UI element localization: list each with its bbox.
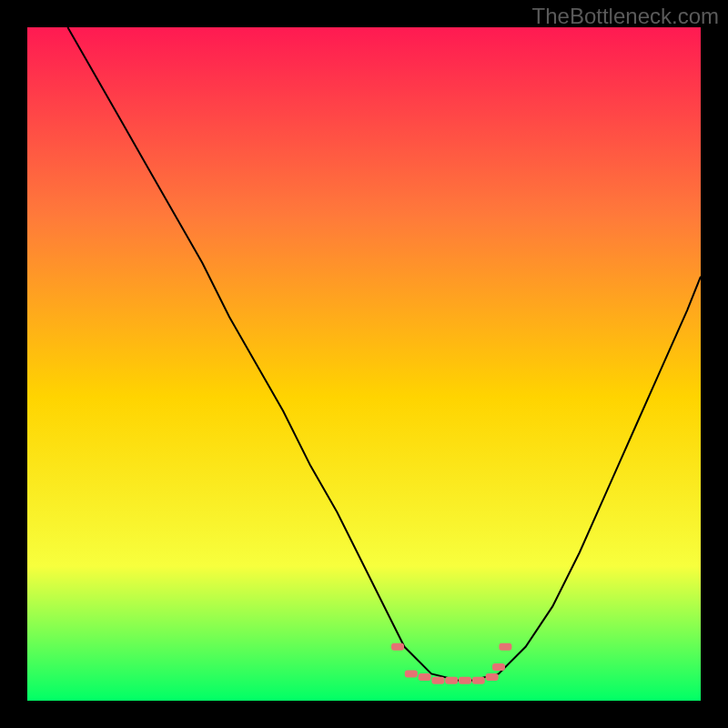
optimal-marker — [459, 677, 471, 684]
optimal-marker — [486, 673, 499, 681]
chart-container — [27, 27, 701, 701]
optimal-marker — [431, 677, 444, 684]
optimal-marker — [492, 663, 505, 671]
chart-svg — [27, 27, 701, 701]
gradient-background — [27, 27, 701, 701]
optimal-marker — [499, 643, 511, 651]
optimal-marker — [472, 677, 485, 684]
optimal-marker — [419, 673, 431, 681]
optimal-marker — [445, 677, 458, 684]
watermark-text: TheBottleneck.com — [532, 4, 719, 29]
optimal-marker — [405, 670, 418, 677]
optimal-marker — [391, 643, 404, 651]
